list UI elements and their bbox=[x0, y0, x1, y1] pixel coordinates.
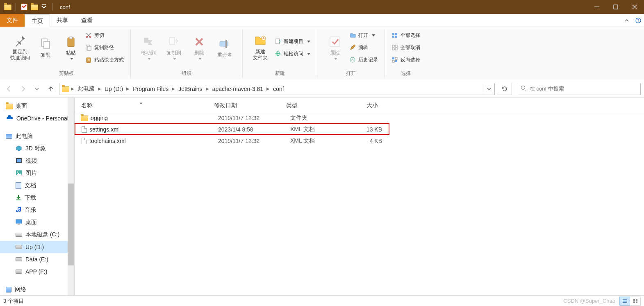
address-bar[interactable]: ▶ 此电脑▶ Up (D:)▶ Program Files▶ JetBrains… bbox=[59, 83, 495, 95]
view-large-icons-button[interactable] bbox=[630, 297, 641, 306]
nav-item-label: 图片 bbox=[25, 170, 37, 177]
svg-rect-33 bbox=[392, 60, 394, 62]
paste-icon bbox=[64, 35, 77, 48]
nav-item-label: 文档 bbox=[25, 182, 36, 189]
svg-rect-37 bbox=[17, 159, 21, 162]
svg-rect-29 bbox=[392, 48, 394, 50]
select-all-button[interactable]: 全部选择 bbox=[390, 30, 422, 40]
ribbon: 固定到 快速访问 复制 粘贴 剪切 复制路径 粘贴快捷方式 剪贴板 移动 bbox=[0, 27, 644, 80]
nav-item[interactable]: 图片 bbox=[0, 167, 74, 179]
chevron-right-icon[interactable]: ▶ bbox=[97, 86, 102, 91]
nav-item[interactable]: 网络 bbox=[0, 283, 74, 295]
chevron-right-icon[interactable]: ▶ bbox=[70, 86, 75, 91]
chevron-right-icon[interactable]: ▶ bbox=[205, 86, 210, 91]
view-details-button[interactable] bbox=[619, 297, 630, 306]
new-folder-icon[interactable] bbox=[30, 3, 38, 11]
nav-back-button[interactable] bbox=[3, 83, 15, 95]
new-folder-button[interactable]: 新建 文件夹 bbox=[248, 29, 273, 66]
move-to-button[interactable]: 移动到 bbox=[136, 29, 161, 66]
cut-button[interactable]: 剪切 bbox=[84, 30, 125, 40]
nav-item[interactable]: 桌面 bbox=[0, 100, 74, 112]
nav-item-label: Up (D:) bbox=[25, 244, 44, 250]
search-box[interactable] bbox=[518, 83, 641, 95]
column-name[interactable]: ▲名称 bbox=[75, 102, 207, 109]
refresh-button[interactable] bbox=[497, 83, 512, 95]
svg-rect-43 bbox=[623, 299, 627, 300]
close-button[interactable] bbox=[625, 0, 644, 14]
paste-shortcut-button[interactable]: 粘贴快捷方式 bbox=[84, 55, 125, 65]
tab-share[interactable]: 共享 bbox=[50, 14, 75, 27]
history-button[interactable]: 历史记录 bbox=[348, 55, 380, 65]
nav-row: ▶ 此电脑▶ Up (D:)▶ Program Files▶ JetBrains… bbox=[0, 80, 644, 97]
ribbon-group-select: 全部选择 全部取消 反向选择 选择 bbox=[385, 29, 427, 78]
svg-rect-49 bbox=[636, 301, 637, 303]
address-dropdown-button[interactable] bbox=[483, 83, 494, 95]
file-row[interactable]: settings.xml2023/1/4 8:58XML 文档13 KB bbox=[75, 124, 644, 135]
nav-item-label: 此电脑 bbox=[16, 133, 33, 140]
column-size[interactable]: 大小 bbox=[342, 102, 388, 109]
nav-item[interactable]: 视频 bbox=[0, 155, 74, 167]
nav-item[interactable]: 此电脑 bbox=[0, 130, 74, 143]
nav-item-label: APP (F:) bbox=[25, 268, 47, 275]
nav-item[interactable]: Data (E:) bbox=[0, 253, 74, 265]
nav-item[interactable]: 本地磁盘 (C:) bbox=[0, 229, 74, 241]
copy-to-button[interactable]: 复制到 bbox=[161, 29, 187, 66]
new-item-button[interactable]: 新建项目 bbox=[273, 36, 312, 46]
nav-item[interactable]: 桌面 bbox=[0, 216, 74, 229]
svg-rect-17 bbox=[225, 40, 227, 48]
copy-button[interactable]: 复制 bbox=[33, 29, 58, 66]
search-input[interactable] bbox=[529, 85, 638, 92]
nav-recent-dropdown[interactable] bbox=[31, 83, 43, 95]
nav-item-label: 桌面 bbox=[16, 102, 27, 110]
pin-quick-access-button[interactable]: 固定到 快速访问 bbox=[7, 29, 33, 66]
maximize-button[interactable] bbox=[606, 0, 625, 14]
column-type[interactable]: 类型 bbox=[280, 102, 342, 109]
rename-button[interactable]: 重命名 bbox=[212, 29, 237, 66]
invert-selection-button[interactable]: 反向选择 bbox=[390, 55, 422, 65]
edit-button[interactable]: 编辑 bbox=[348, 43, 380, 52]
crumb-conf[interactable]: conf bbox=[271, 83, 286, 95]
chevron-right-icon[interactable]: ▶ bbox=[171, 86, 176, 91]
file-row[interactable]: logging2019/11/7 12:32文件夹 bbox=[75, 112, 644, 124]
status-bar: 3 个项目 CSDN @Super_Chao bbox=[0, 295, 644, 306]
column-headers: ▲名称 修改日期 类型 大小 bbox=[75, 97, 644, 112]
copy-path-button[interactable]: 复制路径 bbox=[84, 43, 125, 52]
nav-up-button[interactable] bbox=[45, 83, 57, 95]
tab-file[interactable]: 文件 bbox=[0, 14, 25, 27]
history-icon bbox=[349, 57, 356, 63]
nav-item[interactable]: 文档 bbox=[0, 179, 74, 192]
help-button[interactable]: ? bbox=[633, 14, 644, 27]
delete-button[interactable]: 删除 bbox=[187, 29, 212, 66]
chevron-right-icon[interactable]: ▶ bbox=[266, 86, 271, 91]
nav-item[interactable]: Up (D:) bbox=[0, 241, 74, 253]
nav-item[interactable]: 下载 bbox=[0, 192, 74, 204]
nav-item[interactable]: 音乐 bbox=[0, 204, 74, 216]
easy-access-button[interactable]: 轻松访问 bbox=[273, 49, 312, 59]
crumb-maven[interactable]: apache-maven-3.81 bbox=[210, 83, 266, 95]
content-pane: ▲名称 修改日期 类型 大小 logging2019/11/7 12:32文件夹… bbox=[75, 97, 644, 295]
qat-dropdown-icon[interactable] bbox=[40, 3, 48, 11]
properties-icon[interactable] bbox=[20, 3, 28, 11]
nav-forward-button[interactable] bbox=[17, 83, 29, 95]
collapse-ribbon-button[interactable] bbox=[621, 14, 633, 27]
select-none-button[interactable]: 全部取消 bbox=[390, 43, 422, 52]
desktop-icon bbox=[16, 219, 22, 226]
nav-item[interactable]: OneDrive - Personal bbox=[0, 112, 74, 125]
crumb-jetbrains[interactable]: JetBrains bbox=[176, 83, 205, 95]
chevron-right-icon[interactable]: ▶ bbox=[125, 86, 130, 91]
paste-button[interactable]: 粘贴 bbox=[58, 29, 84, 66]
tab-home[interactable]: 主页 bbox=[25, 14, 50, 27]
nav-scrollbar-thumb[interactable] bbox=[68, 184, 74, 265]
crumb-this-pc[interactable]: 此电脑 bbox=[75, 83, 97, 95]
cube-icon bbox=[16, 145, 22, 153]
column-date[interactable]: 修改日期 bbox=[207, 102, 280, 109]
file-row[interactable]: toolchains.xml2019/11/7 12:32XML 文档4 KB bbox=[75, 135, 644, 147]
crumb-up-d[interactable]: Up (D:) bbox=[102, 83, 125, 95]
open-button[interactable]: 打开 bbox=[348, 30, 380, 40]
crumb-program-files[interactable]: Program Files bbox=[130, 83, 171, 95]
nav-item[interactable]: APP (F:) bbox=[0, 265, 74, 278]
minimize-button[interactable] bbox=[587, 0, 606, 14]
properties-button[interactable]: 属性 bbox=[322, 29, 348, 66]
tab-view[interactable]: 查看 bbox=[75, 14, 99, 27]
nav-item[interactable]: 3D 对象 bbox=[0, 143, 74, 155]
